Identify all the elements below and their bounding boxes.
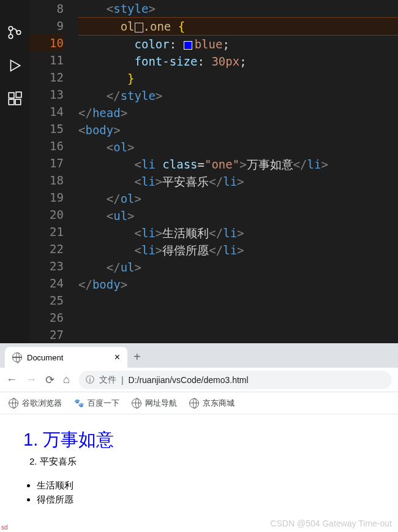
globe-icon — [132, 398, 141, 408]
source-control-icon[interactable] — [7, 25, 23, 40]
address-bar[interactable]: ⓘ 文件 | D:/ruanjian/vsCode/demo3.html — [78, 371, 392, 389]
code-area[interactable]: <style> ol.one { color: blue; font-size:… — [78, 0, 398, 343]
unordered-list: 生活顺利 得偿所愿 — [37, 480, 392, 506]
baidu-icon: 🐾 — [74, 398, 84, 408]
globe-icon — [189, 398, 199, 408]
svg-rect-5 — [15, 99, 21, 105]
svg-rect-4 — [9, 99, 14, 105]
svg-rect-6 — [16, 92, 21, 97]
extensions-icon[interactable] — [7, 91, 23, 107]
globe-icon — [12, 352, 22, 362]
bookmark-item[interactable]: 京东商城 — [189, 398, 235, 409]
code-editor: 8 9 10 11 12 13 14 15 16 17 18 19 20 21 … — [0, 0, 398, 343]
reload-button[interactable]: ⟳ — [45, 373, 54, 387]
list-item: 得偿所愿 — [37, 494, 392, 506]
svg-point-0 — [9, 26, 13, 31]
globe-icon — [9, 398, 18, 408]
page-content: 1. 万事如意 2. 平安喜乐 生活顺利 得偿所愿 — [0, 414, 398, 506]
tab-title: Document — [27, 353, 63, 362]
svg-rect-3 — [9, 93, 14, 98]
bookmark-item[interactable]: 网址导航 — [132, 398, 177, 409]
tab-bar: Document × + — [0, 343, 398, 368]
browser-tab[interactable]: Document × — [5, 347, 127, 368]
ordered-item-2: 2. 平安喜乐 — [29, 456, 392, 468]
close-tab-icon[interactable]: × — [115, 352, 120, 363]
list-item: 生活顺利 — [37, 480, 392, 492]
line-gutter: 8 9 10 11 12 13 14 15 16 17 18 19 20 21 … — [29, 0, 78, 343]
bookmark-item[interactable]: 🐾百度一下 — [74, 398, 119, 409]
activity-bar — [0, 0, 29, 343]
address-prefix: 文件 — [99, 374, 116, 386]
svg-point-2 — [17, 31, 21, 35]
bookmark-item[interactable]: 谷歌浏览器 — [9, 398, 62, 409]
browser-window: Document × + ← → ⟳ ⌂ ⓘ 文件 | D:/ruanjian/… — [0, 343, 398, 532]
home-button[interactable]: ⌂ — [63, 373, 70, 386]
info-icon: ⓘ — [86, 374, 94, 386]
forward-button[interactable]: → — [26, 373, 37, 386]
bookmarks-bar: 谷歌浏览器 🐾百度一下 网址导航 京东商城 — [0, 392, 398, 414]
back-button[interactable]: ← — [6, 373, 17, 386]
run-debug-icon[interactable] — [7, 58, 23, 74]
svg-point-1 — [9, 34, 13, 39]
browser-toolbar: ← → ⟳ ⌂ ⓘ 文件 | D:/ruanjian/vsCode/demo3.… — [0, 368, 398, 392]
watermark: CSDN @504 Gateway Time-out — [270, 519, 392, 528]
new-tab-button[interactable]: + — [127, 346, 147, 368]
ordered-item-1: 1. 万事如意 — [23, 428, 392, 452]
address-path: D:/ruanjian/vsCode/demo3.html — [129, 375, 249, 385]
sd-label: sd — [1, 524, 8, 531]
